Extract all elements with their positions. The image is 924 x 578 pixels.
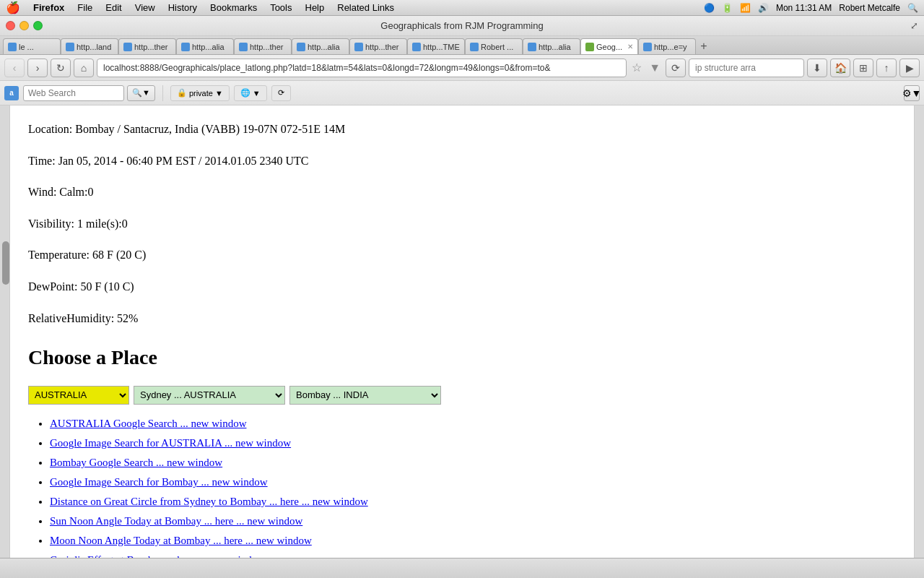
- title-bar: Geographicals from RJM Programming ⤢: [0, 16, 924, 36]
- menu-bookmarks[interactable]: Bookmarks: [204, 2, 263, 13]
- humidity-line: RelativeHumidity: 52%: [28, 309, 896, 328]
- link-0[interactable]: AUSTRALIA Google Search ... new window: [50, 418, 246, 429]
- tab-8[interactable]: Robert ...: [465, 38, 523, 54]
- apple-menu[interactable]: 🍎: [6, 1, 20, 14]
- home-nav-button[interactable]: 🏠: [830, 59, 850, 77]
- toolbar-right: ⚙▼: [904, 85, 920, 101]
- link-1[interactable]: Google Image Search for AUSTRALIA ... ne…: [50, 437, 291, 449]
- bookmark-tag-icon[interactable]: ▼: [647, 61, 663, 74]
- tab-9[interactable]: http...alia: [523, 38, 580, 54]
- settings-button[interactable]: ⚙▼: [904, 85, 920, 101]
- menu-file[interactable]: File: [71, 2, 98, 13]
- tab-6[interactable]: http...ther: [349, 38, 407, 54]
- wind-line: Wind: Calm:0: [28, 183, 896, 202]
- list-item: Moon Noon Angle Today at Bombay ... here…: [50, 532, 896, 549]
- private-icon: 🔒: [177, 88, 187, 98]
- tab-2[interactable]: http...ther: [118, 38, 176, 54]
- nav-bar: ‹ › ↻ ⌂ ☆ ▼ ⟳ ⬇ 🏠 ⊞ ↑ ▶: [0, 55, 924, 81]
- reload-button[interactable]: ↻: [51, 59, 71, 77]
- tab-close-10[interactable]: ✕: [627, 43, 633, 51]
- refresh-button[interactable]: ⟳: [666, 59, 686, 77]
- tab-3[interactable]: http...alia: [176, 38, 234, 54]
- tab-bar: le ... http...land http...ther http...al…: [0, 36, 924, 55]
- menu-help[interactable]: Help: [300, 2, 331, 13]
- menu-related-links[interactable]: Related Links: [331, 2, 400, 13]
- globe-icon: 🌐: [240, 88, 250, 98]
- tab-favicon-5: [297, 43, 305, 51]
- battery-icon: 🔋: [722, 3, 733, 13]
- menu-clock: Mon 11:31 AM: [776, 3, 832, 13]
- url-bar[interactable]: [97, 59, 627, 77]
- download-button[interactable]: ⬇: [807, 59, 827, 77]
- link-6[interactable]: Moon Noon Angle Today at Bombay ... here…: [50, 535, 312, 546]
- toolbar: a 🔍▼ 🔒 private ▼ 🌐 ▼ ⟳ ⚙▼: [0, 81, 924, 105]
- dropdowns-row: AUSTRALIA Sydney ... AUSTRALIA Bombay ..…: [28, 386, 896, 405]
- left-sidebar: [0, 105, 10, 558]
- wifi-icon: 📶: [740, 3, 751, 13]
- tab-0[interactable]: le ...: [3, 38, 61, 54]
- globe-button[interactable]: 🌐 ▼: [234, 85, 267, 101]
- web-search-button[interactable]: 🔍▼: [127, 85, 155, 101]
- search-icon[interactable]: 🔍: [907, 3, 918, 13]
- menu-firefox[interactable]: Firefox: [27, 2, 70, 13]
- toolbar-separator-1: [162, 85, 163, 101]
- list-item: Coriolis Effect at Bombay ... here ... n…: [50, 551, 896, 558]
- menu-view[interactable]: View: [129, 2, 161, 13]
- private-label: private: [189, 89, 213, 98]
- temperature-line: Temperature: 68 F (20 C): [28, 246, 896, 264]
- tab-favicon-1: [66, 43, 74, 51]
- toolbar-logo: a: [4, 86, 19, 100]
- bookmark-star-icon[interactable]: ☆: [629, 61, 644, 74]
- link-3[interactable]: Google Image Search for Bombay ... new w…: [50, 476, 268, 488]
- back-button[interactable]: ‹: [4, 59, 25, 77]
- location-line: Location: Bombay / Santacruz, India (VAB…: [28, 120, 896, 139]
- tab-favicon-0: [8, 43, 17, 51]
- city2-select[interactable]: Bombay ... INDIA: [289, 386, 441, 405]
- tab-favicon-8: [470, 43, 479, 51]
- link-7[interactable]: Coriolis Effect at Bombay ... here ... n…: [50, 554, 265, 558]
- web-search-input[interactable]: [23, 85, 124, 101]
- tab-4[interactable]: http...ther: [234, 38, 292, 54]
- volume-icon: 🔊: [758, 3, 769, 13]
- country-select[interactable]: AUSTRALIA: [28, 386, 129, 405]
- link-2[interactable]: Bombay Google Search ... new window: [50, 457, 222, 468]
- play-button[interactable]: ▶: [899, 59, 920, 77]
- zoom-button[interactable]: ⊞: [853, 59, 873, 77]
- close-button[interactable]: [6, 21, 15, 30]
- menu-tools[interactable]: Tools: [264, 2, 297, 13]
- tab-10[interactable]: Geog...✕: [580, 38, 638, 54]
- tab-favicon-10: [585, 43, 594, 51]
- menu-user: Robert Metcalfe: [839, 3, 900, 13]
- tab-add-button[interactable]: +: [696, 38, 712, 54]
- tab-favicon-6: [354, 43, 363, 51]
- city1-select[interactable]: Sydney ... AUSTRALIA: [134, 386, 285, 405]
- maximize-button[interactable]: [33, 21, 43, 30]
- time-line: Time: Jan 05, 2014 - 06:40 PM EST / 2014…: [28, 152, 896, 171]
- right-sidebar: [914, 105, 924, 558]
- private-button[interactable]: 🔒 private ▼: [170, 85, 230, 101]
- url-search-input[interactable]: [689, 59, 804, 77]
- minimize-button[interactable]: [19, 21, 29, 30]
- forward-button[interactable]: ›: [27, 59, 48, 77]
- links-list: AUSTRALIA Google Search ... new window G…: [28, 415, 896, 558]
- tab-favicon-7: [412, 43, 421, 51]
- tab-7[interactable]: http...TME: [407, 38, 465, 54]
- tab-11[interactable]: http...e=y: [638, 38, 696, 54]
- share-button[interactable]: ↑: [876, 59, 897, 77]
- main-layout: Location: Bombay / Santacruz, India (VAB…: [0, 105, 924, 558]
- tab-favicon-4: [239, 43, 248, 51]
- menu-history[interactable]: History: [162, 2, 203, 13]
- visibility-line: Visibility: 1 mile(s):0: [28, 215, 896, 233]
- window-controls: [6, 21, 43, 30]
- tab-1[interactable]: http...land: [61, 38, 118, 54]
- history-btn[interactable]: ⟳: [271, 85, 291, 101]
- link-4[interactable]: Distance on Great Circle from Sydney to …: [50, 496, 368, 507]
- window-title: Geographicals from RJM Programming: [380, 20, 543, 31]
- expand-icon[interactable]: ⤢: [910, 20, 918, 31]
- list-item: Google Image Search for AUSTRALIA ... ne…: [50, 434, 896, 452]
- home-button[interactable]: ⌂: [74, 59, 94, 77]
- tab-5[interactable]: http...alia: [292, 38, 349, 54]
- scroll-indicator[interactable]: [2, 241, 9, 285]
- menu-edit[interactable]: Edit: [100, 2, 127, 13]
- link-5[interactable]: Sun Noon Angle Today at Bombay ... here …: [50, 515, 302, 527]
